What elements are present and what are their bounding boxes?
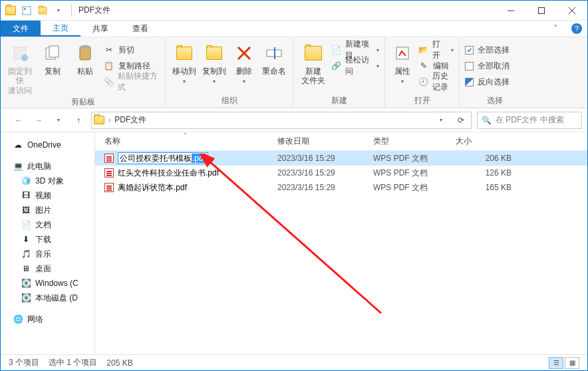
col-size[interactable]: 大小 — [450, 132, 523, 150]
back-button[interactable]: ← — [11, 113, 26, 128]
tree-downloads[interactable]: ⬇下载 — [1, 232, 94, 247]
properties-button[interactable]: 属性▾ — [390, 40, 414, 85]
status-size: 205 KB — [106, 358, 132, 368]
file-row[interactable]: 离婚起诉状范本.pdf 2023/3/16 15:29 WPS PDF 文档 1… — [95, 180, 587, 195]
tree-this-pc[interactable]: 💻此电脑 — [1, 159, 94, 174]
svg-point-7 — [21, 55, 28, 61]
quick-access-toolbar: ▾ — [1, 3, 69, 18]
open-group-label: 打开 — [390, 94, 454, 106]
status-item-count: 3 个项目 — [9, 357, 39, 368]
svg-rect-3 — [539, 7, 545, 13]
status-selected: 选中 1 个项目 — [49, 357, 97, 368]
folder-icon — [94, 116, 104, 124]
tab-share[interactable]: 共享 — [80, 21, 120, 37]
file-rows: 公司授权委托书模板.pdf 2023/3/16 15:29 WPS PDF 文档… — [95, 151, 587, 354]
maximize-button[interactable] — [526, 1, 557, 21]
tree-windows-c[interactable]: 💽Windows (C — [1, 276, 94, 291]
tab-home[interactable]: 主页 — [41, 21, 80, 37]
copy-to-button[interactable]: 复制到▾ — [201, 40, 227, 85]
address-bar[interactable]: › PDF文件 ▾ ⟳ — [91, 112, 472, 129]
view-icons-button[interactable]: ▦ — [565, 357, 579, 369]
minimize-button[interactable] — [496, 1, 526, 21]
new-group-label: 新建 — [299, 94, 379, 106]
qat-dropdown[interactable]: ▾ — [51, 3, 66, 18]
ribbon-body: 固定到快 速访问 复制 粘贴 ✂剪切 📋复制路径 📎粘贴快捷方式 剪贴板 移动到… — [1, 37, 587, 108]
file-list-pane: ˄名称 修改日期 类型 大小 公司授权委托书模板.pdf 2023/3/16 1… — [95, 132, 587, 354]
folder-icon — [3, 3, 18, 18]
pdf-icon — [104, 183, 114, 192]
search-icon: 🔍 — [482, 116, 492, 125]
delete-button[interactable]: 删除▾ — [231, 40, 257, 85]
window-title: PDF文件 — [74, 5, 496, 16]
tree-network[interactable]: 🌐网络 — [1, 312, 94, 326]
move-to-button[interactable]: 移动到▾ — [171, 40, 197, 85]
svg-rect-1 — [24, 8, 26, 10]
address-dropdown[interactable]: ▾ — [433, 112, 449, 128]
search-placeholder: 在 PDF文件 中搜索 — [496, 114, 564, 126]
tree-local-d[interactable]: 💽本地磁盘 (D — [1, 291, 94, 305]
select-all-button[interactable]: ✔全部选择 — [465, 43, 510, 57]
col-type[interactable]: 类型 — [368, 132, 450, 150]
qat-properties-icon[interactable] — [19, 3, 34, 18]
ribbon-tabs: 文件 主页 共享 查看 ˄ ? — [1, 21, 587, 37]
content-pane: ☁OneDrive 💻此电脑 🧊3D 对象 🎞视频 🖼图片 📄文档 ⬇下载 🎵音… — [1, 132, 587, 354]
paste-shortcut-button[interactable]: 📎粘贴快捷方式 — [104, 74, 160, 89]
file-row[interactable]: 公司授权委托书模板.pdf 2023/3/16 15:29 WPS PDF 文档… — [95, 151, 587, 166]
organize-group-label: 组织 — [171, 94, 287, 106]
copy-button[interactable]: 复制 — [39, 40, 67, 76]
pdf-icon — [104, 168, 114, 178]
close-button[interactable] — [557, 1, 587, 21]
tree-videos[interactable]: 🎞视频 — [1, 188, 94, 203]
easy-access-button[interactable]: 🔗轻松访问▾ — [331, 59, 379, 73]
tab-view[interactable]: 查看 — [120, 21, 160, 37]
pdf-icon — [104, 154, 114, 163]
cut-button[interactable]: ✂剪切 — [104, 43, 160, 57]
column-headers: ˄名称 修改日期 类型 大小 — [95, 132, 587, 151]
col-name[interactable]: ˄名称 — [99, 132, 272, 150]
help-button[interactable]: ? — [566, 21, 587, 37]
title-bar: ▾ PDF文件 — [1, 1, 587, 21]
new-folder-button[interactable]: 新建 文件夹 — [299, 40, 327, 86]
tab-file[interactable]: 文件 — [1, 21, 41, 37]
svg-rect-11 — [82, 45, 88, 49]
svg-rect-0 — [23, 7, 31, 15]
file-row[interactable]: 红头文件科技企业任命书.pdf 2023/3/16 15:29 WPS PDF … — [95, 166, 587, 180]
nav-tree: ☁OneDrive 💻此电脑 🧊3D 对象 🎞视频 🖼图片 📄文档 ⬇下载 🎵音… — [1, 132, 95, 354]
refresh-button[interactable]: ⟳ — [453, 112, 469, 128]
select-none-button[interactable]: 全部取消 — [465, 59, 510, 73]
nav-bar: ← → ▾ ↑ › PDF文件 ▾ ⟳ 🔍 在 PDF文件 中搜索 — [1, 108, 587, 132]
status-bar: 3 个项目 选中 1 个项目 205 KB ☰ ▦ — [1, 354, 587, 370]
history-button[interactable]: 🕘历史记录 — [418, 74, 454, 89]
select-group-label: 选择 — [465, 94, 525, 106]
tree-onedrive[interactable]: ☁OneDrive — [1, 138, 94, 152]
tree-3d-objects[interactable]: 🧊3D 对象 — [1, 174, 94, 188]
qat-new-folder-icon[interactable] — [35, 3, 50, 18]
clipboard-group-label: 剪贴板 — [6, 95, 160, 108]
open-button[interactable]: 📂打开▾ — [418, 43, 454, 57]
breadcrumb-folder[interactable]: PDF文件 — [114, 114, 146, 126]
collapse-ribbon-button[interactable]: ˄ — [545, 21, 566, 37]
tree-music[interactable]: 🎵音乐 — [1, 247, 94, 261]
col-date[interactable]: 修改日期 — [272, 132, 368, 150]
view-details-button[interactable]: ☰ — [549, 357, 563, 369]
search-box[interactable]: 🔍 在 PDF文件 中搜索 — [477, 112, 582, 129]
tree-desktop[interactable]: 🖥桌面 — [1, 261, 94, 276]
rename-editor[interactable]: 公司授权委托书模板.pdf — [118, 152, 208, 164]
svg-rect-9 — [49, 46, 59, 57]
invert-selection-button[interactable]: 反向选择 — [465, 74, 510, 89]
tree-pictures[interactable]: 🖼图片 — [1, 203, 94, 217]
svg-rect-16 — [396, 47, 408, 59]
forward-button[interactable]: → — [31, 113, 46, 128]
paste-button[interactable]: 粘贴 — [71, 40, 100, 76]
tree-documents[interactable]: 📄文档 — [1, 217, 94, 232]
rename-button[interactable]: 重命名 — [261, 40, 287, 76]
up-button[interactable]: ↑ — [71, 113, 86, 128]
recent-locations-button[interactable]: ▾ — [51, 113, 66, 128]
pin-quick-access-button[interactable]: 固定到快 速访问 — [6, 40, 35, 95]
